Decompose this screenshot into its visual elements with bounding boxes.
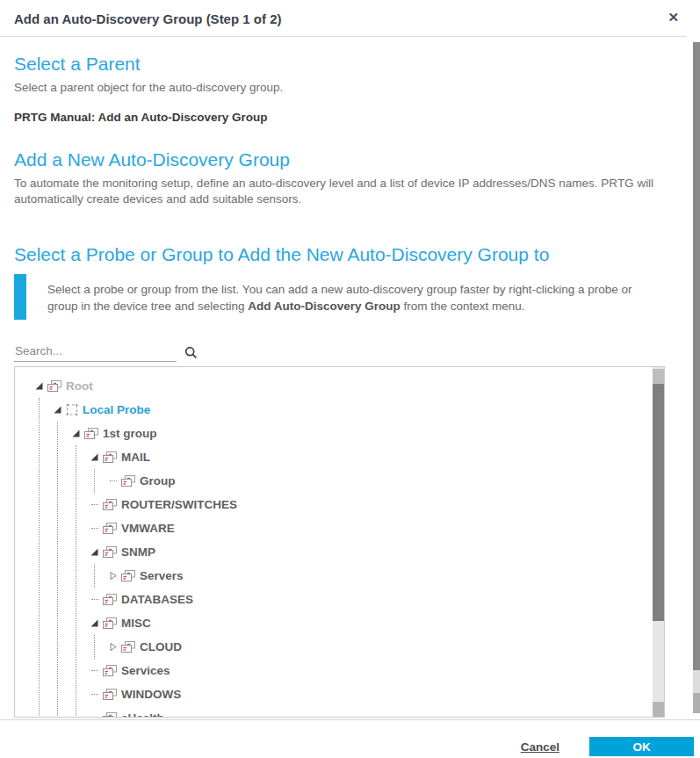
prtg-manual-link[interactable]: PRTG Manual: Add an Auto-Discovery Group bbox=[14, 111, 268, 124]
tree-node-label: Local Probe bbox=[83, 403, 150, 416]
group-icon bbox=[120, 474, 136, 487]
tree-node-label: 1st group bbox=[103, 427, 157, 440]
dialog-footer: Cancel OK bbox=[0, 719, 700, 756]
tree-node-label: SNMP bbox=[121, 545, 155, 559]
tree-expander-icon[interactable] bbox=[89, 445, 100, 469]
tree-node: VMWARE bbox=[89, 516, 664, 540]
tree-row[interactable]: DATABASES bbox=[89, 588, 664, 611]
tree-connector bbox=[89, 588, 100, 611]
group-icon bbox=[120, 640, 136, 653]
tree-connector bbox=[89, 659, 100, 682]
add-auto-discovery-dialog: Add an Auto-Discovery Group (Step 1 of 2… bbox=[0, 0, 700, 758]
heading-select-probe-group: Select a Probe or Group to Add the New A… bbox=[14, 244, 686, 265]
page-scrollbar-bottom-cap[interactable] bbox=[693, 693, 700, 713]
tree-row[interactable]: CLOUD bbox=[107, 635, 664, 659]
tree-row[interactable]: WINDOWS bbox=[89, 682, 664, 706]
tree-node: RootLocal Probe1st groupMAILGroupROUTER/… bbox=[33, 374, 664, 718]
tree-expander-icon[interactable] bbox=[70, 422, 82, 445]
tree-scrollbar-bottom-cap[interactable] bbox=[653, 702, 664, 717]
search-input[interactable] bbox=[14, 343, 177, 362]
tree-node-label: Servers bbox=[140, 569, 184, 582]
header-divider bbox=[0, 36, 686, 37]
info-note-bold: Add Auto-Discovery Group bbox=[248, 300, 401, 313]
group-icon bbox=[102, 711, 118, 718]
tree-node: 1st groupMAILGroupROUTER/SWITCHESVMWARES… bbox=[70, 422, 664, 718]
tree-connector bbox=[107, 469, 119, 493]
tree-node-label: MISC bbox=[121, 617, 151, 630]
tree-expander-icon[interactable] bbox=[89, 611, 100, 635]
heading-select-parent: Select a Parent bbox=[14, 54, 686, 75]
tree-row[interactable]: MAIL bbox=[89, 445, 664, 469]
group-icon bbox=[102, 593, 118, 606]
tree-scrollbar-top-cap[interactable] bbox=[653, 369, 664, 384]
tree-row[interactable]: Servers bbox=[107, 564, 664, 588]
tree-connector bbox=[89, 706, 100, 718]
tree-scrollbar[interactable] bbox=[653, 367, 664, 717]
tree-root-container: RootLocal Probe1st groupMAILGroupROUTER/… bbox=[15, 367, 664, 718]
probe-icon bbox=[65, 403, 79, 416]
page-scrollbar-thumb[interactable] bbox=[693, 42, 700, 670]
info-note: Select a probe or group from the list. Y… bbox=[14, 274, 686, 320]
tree-node: Local Probe1st groupMAILGroupROUTER/SWIT… bbox=[52, 398, 664, 718]
device-tree: RootLocal Probe1st groupMAILGroupROUTER/… bbox=[14, 366, 665, 718]
tree-children: 1st groupMAILGroupROUTER/SWITCHESVMWARES… bbox=[57, 422, 664, 718]
group-icon bbox=[102, 522, 118, 535]
tree-node: MAILGroup bbox=[89, 445, 664, 493]
tree-row[interactable]: Services bbox=[89, 659, 664, 682]
add-group-description: To automate the monitoring setup, define… bbox=[14, 176, 662, 207]
info-note-post: from the context menu. bbox=[401, 300, 525, 313]
tree-node: SNMPServers bbox=[89, 540, 664, 588]
tree-children: Servers bbox=[94, 564, 664, 588]
tree-expander-icon[interactable] bbox=[107, 564, 119, 588]
cancel-button[interactable]: Cancel bbox=[521, 740, 559, 754]
tree-expander-icon[interactable] bbox=[89, 540, 100, 564]
tree-children: MAILGroupROUTER/SWITCHESVMWARESNMPServer… bbox=[76, 445, 664, 718]
tree-expander-icon[interactable] bbox=[33, 374, 45, 398]
tree-connector bbox=[89, 516, 100, 540]
group-icon bbox=[102, 451, 118, 464]
tree-node-label: MAIL bbox=[121, 451, 150, 464]
tree-node: Services bbox=[89, 659, 664, 682]
tree-node-label: Services bbox=[121, 664, 170, 677]
tree-node: ROUTER/SWITCHES bbox=[89, 493, 664, 516]
tree-node-label: eHealth bbox=[121, 711, 164, 718]
tree-node: Servers bbox=[107, 564, 664, 588]
tree-scrollbar-thumb[interactable] bbox=[653, 384, 664, 621]
tree-row[interactable]: Group bbox=[107, 469, 664, 493]
tree-expander-icon[interactable] bbox=[107, 635, 119, 659]
close-icon[interactable]: ✕ bbox=[668, 11, 679, 24]
search-icon[interactable] bbox=[184, 346, 198, 362]
group-icon bbox=[102, 617, 118, 630]
dialog-title: Add an Auto-Discovery Group (Step 1 of 2… bbox=[14, 11, 281, 26]
dialog-body: Select a Parent Select a parent object f… bbox=[0, 54, 700, 718]
tree-connector bbox=[89, 682, 100, 706]
tree-children: CLOUD bbox=[94, 635, 664, 659]
tree-row[interactable]: VMWARE bbox=[89, 516, 664, 540]
info-bar bbox=[14, 274, 26, 320]
group-icon bbox=[102, 688, 118, 701]
group-icon bbox=[102, 664, 118, 677]
tree-row[interactable]: 1st group bbox=[70, 422, 664, 445]
group-icon bbox=[47, 379, 62, 393]
ok-button[interactable]: OK bbox=[589, 737, 694, 756]
tree-expander-icon[interactable] bbox=[52, 398, 63, 422]
tree-node: eHealth bbox=[89, 706, 664, 718]
group-icon bbox=[102, 545, 118, 559]
tree-row[interactable]: Root bbox=[33, 374, 664, 398]
dialog-header: Add an Auto-Discovery Group (Step 1 of 2… bbox=[0, 0, 700, 27]
page-scrollbar[interactable] bbox=[693, 0, 700, 758]
tree-row[interactable]: eHealth bbox=[89, 706, 664, 718]
tree-children: Group bbox=[94, 469, 664, 493]
tree-node: DATABASES bbox=[89, 588, 664, 611]
tree-row[interactable]: SNMP bbox=[89, 540, 664, 564]
group-icon bbox=[102, 498, 118, 511]
search-row bbox=[14, 343, 686, 362]
tree-row[interactable]: MISC bbox=[89, 611, 664, 635]
tree-node: WINDOWS bbox=[89, 682, 664, 706]
tree-row[interactable]: ROUTER/SWITCHES bbox=[89, 493, 664, 516]
tree-row[interactable]: Local Probe bbox=[52, 398, 664, 422]
tree-node: CLOUD bbox=[107, 635, 664, 659]
tree-node-label: VMWARE bbox=[121, 522, 175, 535]
select-parent-description: Select a parent object for the auto-disc… bbox=[14, 80, 686, 96]
tree-node-label: WINDOWS bbox=[121, 688, 181, 701]
